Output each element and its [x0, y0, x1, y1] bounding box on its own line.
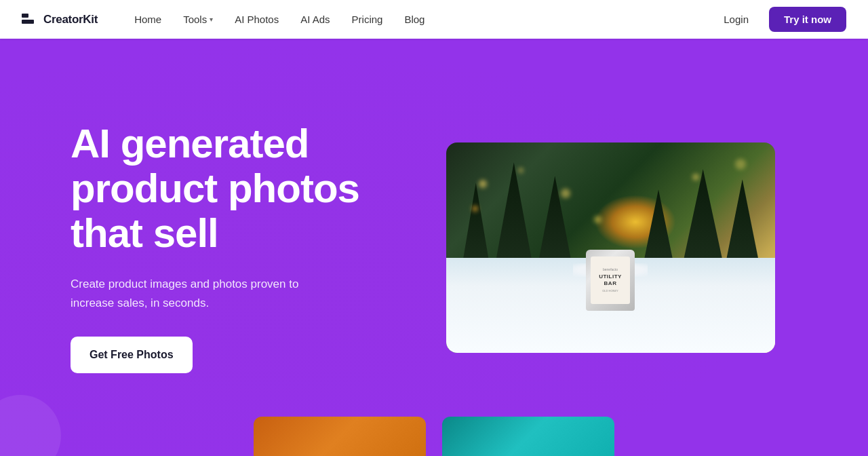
hero-heading: AI generated product photos that sell	[71, 121, 366, 256]
nav-links: Home Tools ▾ AI Photos AI Ads Pricing Bl…	[125, 8, 434, 31]
get-free-photos-button[interactable]: Get Free Photos	[71, 337, 193, 373]
login-button[interactable]: Login	[714, 8, 758, 31]
bokeh-7	[594, 216, 601, 223]
hero-img-background: benefacto UTILITYBAR OLD HONEY	[446, 142, 775, 353]
navbar: CreatorKit Home Tools ▾ AI Photos AI Ads…	[0, 0, 868, 39]
nav-item-blog[interactable]: Blog	[395, 8, 434, 31]
hero-product-image: benefacto UTILITYBAR OLD HONEY	[446, 142, 775, 353]
can-body: benefacto UTILITYBAR OLD HONEY	[586, 250, 635, 311]
nav-item-ai-ads[interactable]: AI Ads	[291, 8, 339, 31]
tree-2	[495, 162, 532, 264]
tree-5	[683, 169, 724, 264]
navbar-left: CreatorKit Home Tools ▾ AI Photos AI Ads…	[22, 8, 434, 31]
nav-item-ai-photos[interactable]: AI Photos	[225, 8, 288, 31]
bokeh-1	[479, 180, 487, 188]
nav-item-tools[interactable]: Tools ▾	[174, 8, 222, 31]
hero-section: AI generated product photos that sell Cr…	[0, 0, 868, 456]
logo-icon-top-bar	[22, 14, 28, 18]
hero-image-container: benefacto UTILITYBAR OLD HONEY	[366, 88, 868, 407]
nav-item-home[interactable]: Home	[125, 8, 171, 31]
can-brand-text: benefacto	[603, 267, 618, 271]
tree-6	[726, 179, 760, 264]
can-sub-text: OLD HONEY	[602, 289, 618, 292]
can-label: benefacto UTILITYBAR OLD HONEY	[591, 256, 630, 304]
bokeh-2	[518, 168, 524, 173]
hero-content: AI generated product photos that sell Cr…	[0, 121, 366, 373]
logo[interactable]: CreatorKit	[22, 13, 98, 26]
tools-chevron-icon: ▾	[210, 16, 213, 23]
hero-subtext: Create product images and photos proven …	[71, 275, 328, 311]
bottom-previews	[254, 417, 614, 456]
bg-decoration-circle	[0, 395, 61, 456]
logo-text: CreatorKit	[43, 13, 98, 26]
nav-item-pricing[interactable]: Pricing	[342, 8, 393, 31]
bokeh-5	[735, 159, 746, 170]
logo-icon	[22, 14, 38, 26]
can-name-text: UTILITYBAR	[599, 273, 622, 286]
product-can: benefacto UTILITYBAR OLD HONEY	[586, 250, 635, 311]
bokeh-3	[561, 189, 570, 198]
bokeh-6	[472, 206, 478, 212]
bokeh-4	[692, 174, 699, 180]
preview-thumbnail-1	[254, 417, 426, 456]
logo-icon-bottom-bar	[22, 20, 34, 24]
navbar-right: Login Try it now	[714, 7, 846, 32]
preview-thumbnail-2	[442, 417, 614, 456]
try-now-button[interactable]: Try it now	[769, 7, 846, 32]
tree-1	[462, 183, 490, 264]
